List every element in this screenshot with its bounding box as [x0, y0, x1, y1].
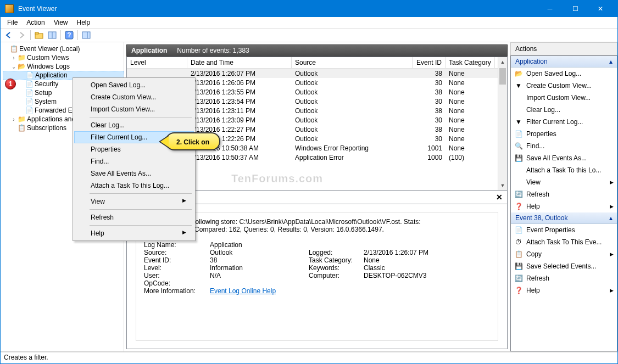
maximize-button[interactable]: ☐ [563, 1, 588, 17]
col-eventid[interactable]: Event ID [413, 57, 446, 68]
label-level: Level: [144, 264, 210, 272]
detail-close-button[interactable]: ✕ [496, 193, 503, 201]
open-folder-icon: 📂 [514, 69, 523, 78]
chevron-right-icon: ▶ [610, 251, 614, 257]
toolbar-help-icon[interactable]: ? [63, 29, 75, 41]
ctx-clear-log[interactable]: Clear Log... [74, 119, 194, 131]
funnel-icon: ▼ [514, 81, 523, 90]
action-attach-task[interactable]: Attach a Task To this Lo... [511, 164, 617, 176]
toolbar-pane-icon[interactable] [46, 29, 58, 41]
tree-root[interactable]: Event Viewer (Local) [19, 45, 80, 53]
chevron-up-icon: ▴ [609, 58, 613, 65]
actions-section-event[interactable]: Event 38, Outlook▴ [511, 212, 617, 224]
label-source: Source: [144, 249, 210, 256]
action-attach-task-event[interactable]: ⏱Attach Task To This Eve... [511, 236, 617, 248]
menu-help[interactable]: Help [73, 18, 95, 27]
folder-icon: 📂 [17, 63, 26, 70]
tree-custom-views[interactable]: Custom Views [27, 54, 69, 61]
action-open-saved[interactable]: 📂Open Saved Log... [511, 68, 617, 80]
col-source[interactable]: Source [292, 57, 413, 68]
link-eventlog-help[interactable]: Event Log Online Help [210, 287, 276, 295]
action-view[interactable]: View▶ [511, 176, 617, 188]
annotation-marker-1: 1 [5, 79, 16, 89]
chevron-right-icon: ▶ [610, 180, 614, 185]
expand-icon[interactable]: › [10, 116, 17, 122]
status-bar: Creates a filter. [1, 352, 617, 363]
forward-button[interactable] [16, 29, 28, 41]
value-source: Outlook [210, 249, 232, 256]
menu-bar: File Action View Help [1, 17, 617, 28]
chevron-right-icon: ▶ [610, 204, 614, 209]
tree-windows-logs[interactable]: Windows Logs [27, 63, 70, 70]
ctx-refresh[interactable]: Refresh [74, 211, 194, 223]
actions-section-application[interactable]: Application▴ [511, 56, 617, 68]
log-icon: 📄 [25, 80, 34, 88]
detail-description: ompleted for the following store: C:\Use… [144, 218, 490, 226]
log-icon: 📄 [25, 107, 34, 114]
back-button[interactable] [3, 29, 15, 41]
ctx-help[interactable]: Help▶ [74, 227, 194, 239]
action-refresh[interactable]: 🔄Refresh [511, 188, 617, 200]
scroll-thumb[interactable] [499, 68, 506, 85]
action-event-properties[interactable]: 📄Event Properties [511, 224, 617, 236]
action-clear-log[interactable]: Clear Log... [511, 104, 617, 116]
col-level[interactable]: Level [127, 57, 187, 68]
menu-view[interactable]: View [49, 18, 73, 27]
ctx-save-all[interactable]: Save All Events As... [74, 167, 194, 180]
value-logged: 2/13/2016 1:26:07 PM [364, 249, 428, 256]
action-properties[interactable]: 📄Properties [511, 128, 617, 140]
action-find[interactable]: 🔍Find... [511, 140, 617, 152]
action-import-custom[interactable]: Import Custom View... [511, 92, 617, 104]
scroll-up-icon[interactable]: ▲ [498, 57, 507, 66]
label-category: Task Category: [309, 256, 364, 264]
menu-action[interactable]: Action [22, 18, 49, 27]
expand-icon[interactable]: › [10, 55, 17, 61]
action-refresh2[interactable]: 🔄Refresh [511, 272, 617, 284]
toolbar-folder-icon[interactable] [33, 29, 45, 41]
ctx-open-saved[interactable]: Open Saved Log... [74, 79, 194, 91]
save-icon: 💾 [514, 262, 523, 271]
actions-title: Actions [510, 42, 617, 55]
panel-title: Application [131, 47, 167, 54]
tree-system[interactable]: System [35, 98, 57, 105]
col-date[interactable]: Date and Time [187, 57, 292, 68]
value-eventid: 38 [210, 256, 217, 264]
panel-count: Number of events: 1,383 [177, 47, 249, 54]
menu-file[interactable]: File [3, 18, 22, 27]
action-help[interactable]: ❓Help▶ [511, 200, 617, 212]
folder-icon: 📁 [17, 54, 26, 61]
minimize-button[interactable]: ─ [537, 1, 563, 17]
vertical-scrollbar[interactable]: ▲ ▼ [498, 57, 507, 190]
action-filter-log[interactable]: ▼Filter Current Log... [511, 116, 617, 128]
log-icon: 📄 [25, 98, 34, 105]
tree-setup[interactable]: Setup [35, 89, 52, 97]
action-copy[interactable]: 📋Copy▶ [511, 248, 617, 260]
action-save-all[interactable]: 💾Save All Events As... [511, 152, 617, 164]
table-row[interactable]: 2/13/2016 1:26:07 PMOutlook38None [127, 69, 507, 78]
toolbar: ? [1, 28, 617, 42]
col-category[interactable]: Task Category [446, 57, 495, 68]
scroll-down-icon[interactable]: ▼ [498, 181, 507, 190]
action-create-custom[interactable]: ▼Create Custom View... [511, 80, 617, 92]
log-icon: 📄 [25, 71, 34, 79]
ctx-create-custom[interactable]: Create Custom View... [74, 91, 194, 103]
ctx-find[interactable]: Find... [74, 155, 194, 167]
ctx-view[interactable]: View▶ [74, 195, 194, 208]
toolbar-pane2-icon[interactable] [80, 29, 92, 41]
help-icon: ❓ [514, 202, 523, 211]
tree-subscriptions[interactable]: Subscriptions [27, 124, 66, 132]
ctx-import-custom[interactable]: Import Custom View... [74, 103, 194, 115]
action-help2[interactable]: ❓Help▶ [511, 284, 617, 296]
tree-application[interactable]: Application [35, 71, 68, 79]
action-save-selected[interactable]: 💾Save Selected Events... [511, 260, 617, 272]
tree-security[interactable]: Security [35, 80, 58, 88]
annotation-callout-2: 2. Click on [165, 132, 220, 150]
chevron-right-icon: ▶ [610, 288, 614, 293]
label-eventid: Event ID: [144, 256, 210, 264]
collapse-icon[interactable]: ⌄ [10, 64, 17, 70]
panel-header: Application Number of events: 1,383 [126, 44, 508, 57]
ctx-attach-task[interactable]: Attach a Task To this Log... [74, 180, 194, 192]
close-button[interactable]: ✕ [588, 1, 613, 17]
label-moreinfo: More Information: [144, 287, 210, 295]
value-level: Information [210, 264, 243, 272]
